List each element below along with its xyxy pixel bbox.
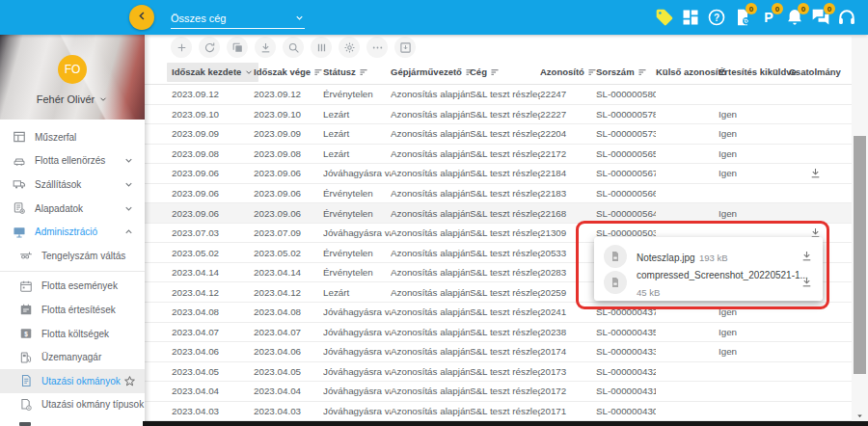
- column-header[interactable]: Azonosító: [540, 67, 596, 77]
- attachment-item[interactable]: compressed_Screenshot_20220521-1... 45 k…: [594, 269, 823, 295]
- export-button[interactable]: [394, 37, 416, 58]
- sidebar-item-utaz-si-okm-nyok[interactable]: Utazási okmányok: [0, 369, 145, 393]
- table-row[interactable]: 2023.09.102023.09.10LezártAzonosítás ala…: [145, 105, 868, 125]
- user-menu[interactable]: Fehér Olivér: [0, 93, 145, 105]
- table-row[interactable]: 2023.09.062023.09.06ÉrvénytelenAzonosítá…: [145, 203, 868, 224]
- attachments-popup: Noteszlap.jpg 193 kB compressed_Screensh…: [594, 237, 823, 301]
- sidebar-item-m-szerfal[interactable]: Műszerfal: [0, 125, 145, 149]
- sidebar-item-flotta-esem-nyek[interactable]: Flotta események: [0, 275, 145, 299]
- refresh-button[interactable]: [199, 37, 220, 58]
- cell-driver: Azonosítás alapján: [391, 306, 470, 317]
- cell-notified: Igen: [719, 128, 789, 139]
- table-row[interactable]: 2023.09.122023.09.12ÉrvénytelenAzonosítá…: [145, 85, 868, 105]
- sidebar-item-sz-ll-t-sok[interactable]: Szállítások: [0, 173, 145, 197]
- cell-start: 2023.09.06: [172, 168, 254, 178]
- apps-button[interactable]: [681, 8, 700, 27]
- download-button[interactable]: [255, 37, 276, 58]
- column-header[interactable]: Időszak kezdete: [172, 63, 254, 82]
- bottom-scroll-bar[interactable]: [143, 421, 868, 426]
- attachment-cell[interactable]: [789, 167, 842, 179]
- column-label: Sorszám: [596, 67, 635, 77]
- cell-company: S&L teszt részleg: [470, 327, 540, 337]
- main-content: Időszak kezdeteIdőszak végeStátuszGépjár…: [145, 35, 868, 426]
- column-header[interactable]: Gépjárművezető: [391, 67, 470, 77]
- cell-notified: Igen: [719, 168, 789, 178]
- table-row[interactable]: 2023.09.062023.09.06ÉrvénytelenAzonosítá…: [145, 184, 868, 204]
- cell-id: 22184: [540, 168, 596, 178]
- table-row[interactable]: 2023.04.082023.04.08Jóváhagyásra várAzon…: [145, 303, 868, 323]
- download-icon[interactable]: [809, 167, 822, 179]
- cell-serial: SL-000000580: [596, 89, 656, 99]
- sidebar-item-alapadatok[interactable]: Alapadatok: [0, 197, 145, 221]
- column-header[interactable]: Időszak vége: [254, 67, 323, 77]
- copy-button[interactable]: [227, 37, 248, 58]
- star-icon[interactable]: [123, 375, 136, 387]
- column-header[interactable]: Csatolmány: [789, 67, 842, 77]
- cell-serial: SL-000000564: [596, 208, 656, 219]
- file-size: 45 kB: [637, 287, 660, 298]
- shipments-icon: [13, 177, 26, 191]
- sidebar-item--zemanyag-r[interactable]: Üzemanyagár: [0, 345, 145, 369]
- table-row[interactable]: 2023.04.032023.04.03Jóváhagyásra várAzon…: [145, 402, 868, 422]
- settings-button[interactable]: [339, 37, 360, 58]
- cell-start: 2023.09.06: [172, 208, 254, 219]
- cell-company: S&L teszt részleg: [470, 287, 540, 298]
- cell-end: 2023.04.08: [254, 306, 323, 317]
- cell-end: 2023.05.02: [254, 248, 323, 258]
- cell-notified: Igen: [719, 327, 789, 337]
- scrollbar-down-arrow[interactable]: [855, 412, 864, 420]
- more-button[interactable]: [366, 37, 388, 58]
- column-label: Időszak vége: [254, 67, 311, 77]
- cell-id: 20238: [540, 327, 596, 337]
- cell-end: 2023.04.14: [254, 267, 323, 278]
- sidebar-item-flotta-rtes-t-sek[interactable]: Flotta értesítések: [0, 298, 145, 322]
- cell-serial: SL-000000431: [596, 386, 656, 396]
- cell-driver: Azonosítás alapján: [391, 188, 470, 199]
- add-button[interactable]: [171, 37, 192, 58]
- cell-company: S&L teszt részleg: [470, 248, 540, 258]
- back-button[interactable]: [129, 5, 154, 30]
- search-button[interactable]: [283, 37, 304, 58]
- sidebar-item-utaz-si-okm-ny-t-pusok[interactable]: Utazási okmány típusok: [0, 393, 145, 417]
- cell-status: Lezárt: [323, 128, 391, 139]
- column-header[interactable]: Értesítés kiküldve: [719, 67, 789, 77]
- cell-serial: SL-000000573: [596, 128, 656, 139]
- report-button[interactable]: 0: [733, 8, 752, 27]
- cell-end: 2023.09.06: [254, 208, 323, 219]
- bell-button[interactable]: 0: [785, 8, 804, 27]
- column-header[interactable]: Cég: [470, 67, 540, 77]
- download-icon[interactable]: [800, 276, 813, 288]
- sidebar-item-tengelysz-m-v-lt-s[interactable]: Tengelyszám váltás: [0, 244, 145, 268]
- cell-company: S&L teszt részleg: [470, 208, 540, 219]
- cell-end: 2023.04.06: [254, 346, 323, 357]
- axle-icon: [19, 249, 33, 262]
- scrollbar-thumb[interactable]: [854, 136, 866, 374]
- parking-button[interactable]: P0: [759, 8, 778, 27]
- company-select[interactable]: Összes cég: [171, 8, 305, 29]
- columns-button[interactable]: [311, 37, 332, 58]
- cell-company: S&L teszt részleg: [470, 366, 540, 377]
- table-row[interactable]: 2023.04.042023.04.04Jóváhagyásra várAzon…: [145, 382, 868, 402]
- chat-button[interactable]: 0: [811, 8, 830, 27]
- table-row[interactable]: 2023.09.082023.09.08LezártAzonosítás ala…: [145, 145, 868, 165]
- download-icon[interactable]: [800, 250, 813, 262]
- chevron-up-icon: [123, 226, 134, 237]
- vertical-scrollbar[interactable]: [852, 37, 868, 421]
- column-header[interactable]: Külső azonosító: [656, 67, 719, 77]
- help-button[interactable]: ?: [707, 8, 726, 27]
- table-row[interactable]: 2023.04.072023.04.07Jóváhagyásra várAzon…: [145, 323, 868, 343]
- table-row[interactable]: 2023.09.092023.09.09LezártAzonosítás ala…: [145, 124, 868, 145]
- sidebar-item-flotta-k-lts-gek[interactable]: $Flotta költségek: [0, 322, 145, 346]
- sidebar-item-flotta-ellen-rz-s[interactable]: Flotta ellenörzés: [0, 149, 145, 173]
- sidebar-item-adminisztr-ci-[interactable]: Adminisztráció: [0, 220, 145, 244]
- cell-company: S&L teszt részleg: [470, 386, 540, 396]
- table-row[interactable]: 2023.04.052023.04.05Jóváhagyásra várAzon…: [145, 362, 868, 383]
- column-header[interactable]: Státusz: [323, 67, 391, 77]
- cell-company: S&L teszt részleg: [470, 128, 540, 139]
- table-row[interactable]: 2023.09.062023.09.06Jóváhagyásra várAzon…: [145, 164, 868, 184]
- headset-button[interactable]: [837, 8, 856, 27]
- column-header[interactable]: Sorszám: [596, 67, 656, 77]
- file-icon: [604, 271, 627, 294]
- tag-button[interactable]: [655, 8, 674, 27]
- table-row[interactable]: 2023.04.062023.04.06Jóváhagyásra várAzon…: [145, 342, 868, 362]
